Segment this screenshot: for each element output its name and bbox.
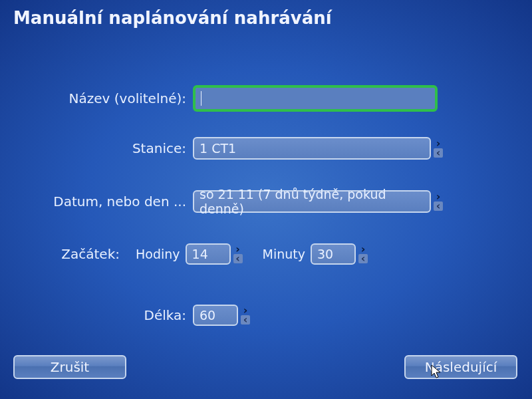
page-title: Manuální naplánování nahrávání: [13, 8, 332, 28]
length-input[interactable]: 60: [193, 305, 238, 326]
length-label: Délka:: [0, 307, 193, 323]
length-down-button[interactable]: ‹: [241, 315, 250, 325]
date-select[interactable]: so 21 11 (7 dnů týdně, pokud denně): [193, 190, 431, 213]
next-button[interactable]: Následující: [404, 355, 517, 379]
start-label: Začátek:: [0, 246, 126, 262]
hours-label: Hodiny: [136, 247, 180, 261]
name-input[interactable]: [193, 85, 438, 112]
minutes-label: Minuty: [263, 247, 305, 261]
date-label: Datum, nebo den ...: [0, 194, 193, 209]
minutes-input[interactable]: 30: [311, 243, 356, 265]
minutes-down-button[interactable]: ‹: [358, 254, 368, 263]
hours-input[interactable]: 14: [186, 243, 231, 265]
date-down-button[interactable]: ‹: [434, 201, 443, 211]
channel-down-button[interactable]: ‹: [434, 148, 443, 158]
cancel-button[interactable]: Zrušit: [13, 355, 126, 379]
text-caret: [201, 91, 201, 106]
hours-down-button[interactable]: ‹: [233, 254, 243, 263]
name-label: Název (volitelné):: [0, 90, 193, 106]
channel-label: Stanice:: [0, 140, 193, 156]
channel-select[interactable]: 1 CT1: [193, 137, 431, 160]
